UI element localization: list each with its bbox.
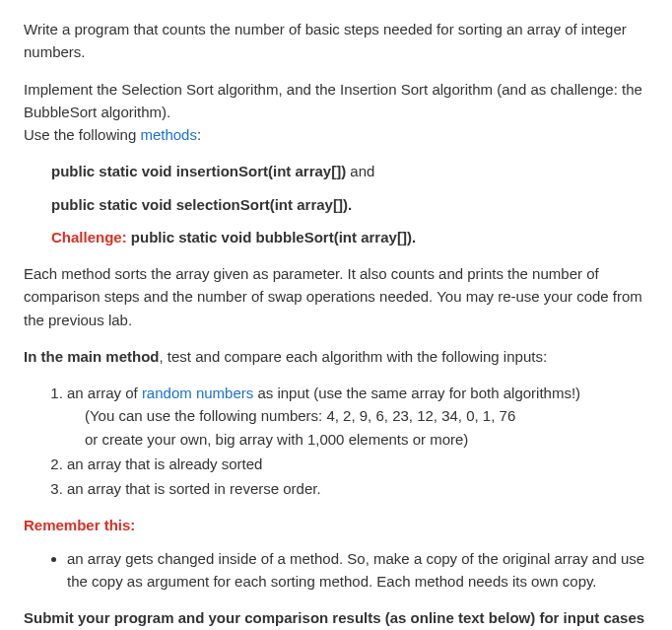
challenge-label: Challenge: bbox=[51, 229, 127, 245]
list-item: an array of random numbers as input (use… bbox=[67, 382, 648, 451]
li1-note-2: or create your own, big array with 1,000… bbox=[67, 428, 648, 451]
intro-implement-text: Implement the Selection Sort algorithm, … bbox=[24, 81, 642, 120]
each-method-paragraph: Each method sorts the array given as par… bbox=[24, 262, 648, 331]
signature-bubble-sort: Challenge: public static void bubbleSort… bbox=[51, 226, 648, 248]
signature-insertion-suffix: and bbox=[346, 163, 374, 179]
signature-insertion-text: public static void insertionSort(int arr… bbox=[51, 163, 346, 179]
list-item: an array that is already sorted bbox=[67, 453, 648, 475]
list-item: an array that is sorted in reverse order… bbox=[67, 477, 648, 500]
random-numbers-link[interactable]: random numbers bbox=[142, 385, 253, 401]
li1-suffix: as input (use the same array for both al… bbox=[253, 385, 580, 401]
use-following-suffix: : bbox=[197, 126, 201, 143]
li1-note-1: (You can use the following numbers: 4, 2… bbox=[67, 404, 648, 427]
submit-paragraph: Submit your program and your comparison … bbox=[24, 606, 648, 630]
use-following-prefix: Use the following bbox=[24, 126, 140, 143]
input-cases-list: an array of random numbers as input (use… bbox=[24, 382, 648, 500]
main-method-rest: , test and compare each algorithm with t… bbox=[160, 348, 548, 365]
methods-link[interactable]: methods bbox=[140, 126, 197, 143]
intro-paragraph-2: Implement the Selection Sort algorithm, … bbox=[24, 78, 648, 147]
li1-prefix: an array of bbox=[67, 385, 142, 401]
list-item: an array gets changed inside of a method… bbox=[67, 547, 648, 594]
main-method-label: In the main method bbox=[24, 348, 160, 365]
method-signatures-block: public static void insertionSort(int arr… bbox=[24, 160, 648, 248]
remember-label: Remember this: bbox=[24, 514, 648, 536]
signature-bubble-text: public static void bubbleSort(int array[… bbox=[127, 229, 416, 245]
main-method-paragraph: In the main method, test and compare eac… bbox=[24, 345, 648, 368]
remember-bullets: an array gets changed inside of a method… bbox=[24, 547, 648, 594]
signature-insertion-sort: public static void insertionSort(int arr… bbox=[51, 160, 648, 182]
intro-paragraph-1: Write a program that counts the number o… bbox=[24, 18, 648, 64]
signature-selection-sort: public static void selectionSort(int arr… bbox=[51, 193, 648, 216]
